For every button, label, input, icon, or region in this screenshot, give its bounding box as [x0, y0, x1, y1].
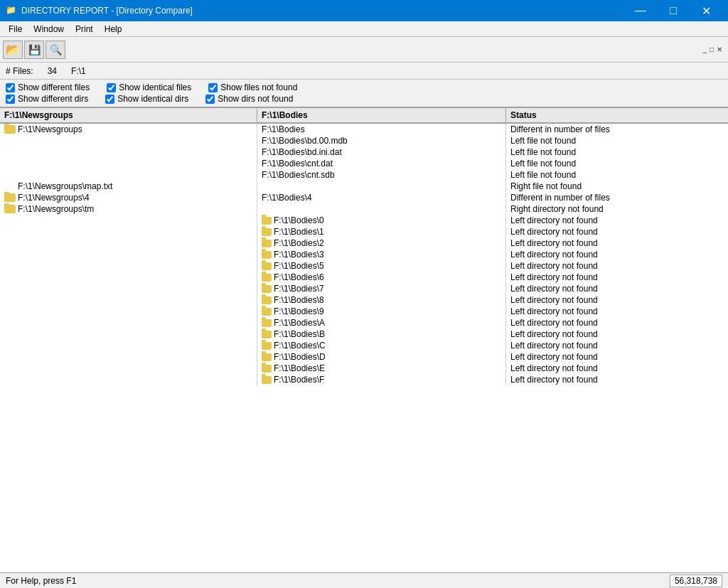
col-header-left: F:\1\Newsgroups: [0, 108, 257, 122]
cell-status: Left directory not found: [506, 306, 728, 317]
cell-mid: F:\1\Bodies\cnt.dat: [257, 158, 506, 169]
help-text: For Help, press F1: [6, 576, 76, 586]
coords-display: 56,318,738: [670, 574, 722, 587]
menu-help[interactable]: Help: [99, 23, 128, 36]
table-row[interactable]: F:\1\Newsgroups\4F:\1\Bodies\4Different …: [0, 192, 728, 203]
cell-left: [0, 249, 257, 260]
show-different-dirs-checkbox[interactable]: [6, 95, 15, 104]
table-row[interactable]: F:\1\Newsgroups\map.txtRight file not fo…: [0, 181, 728, 192]
cell-left: [0, 260, 257, 272]
cell-left: [0, 306, 257, 317]
cell-mid: F:\1\Bodies\9: [257, 306, 506, 317]
cell-left: [0, 283, 257, 294]
cell-mid: F:\1\Bodies\F: [257, 374, 506, 385]
toolbar-search-button[interactable]: 🔍: [46, 41, 65, 59]
cell-mid: F:\1\Bodies\E: [257, 363, 506, 374]
menu-print[interactable]: Print: [70, 23, 99, 36]
show-different-files-label[interactable]: Show different files: [6, 82, 90, 92]
show-different-dirs-label[interactable]: Show different dirs: [6, 94, 88, 104]
col-header-status: Status: [506, 108, 728, 122]
table-row[interactable]: F:\1\Bodies\3Left directory not found: [0, 249, 728, 260]
close-button[interactable]: ✕: [690, 0, 722, 21]
cell-status: Left directory not found: [506, 249, 728, 260]
folder-icon: [4, 205, 16, 213]
status-bar: For Help, press F1 56,318,738: [0, 572, 728, 588]
cell-status: Left directory not found: [506, 351, 728, 363]
menu-window[interactable]: Window: [28, 23, 70, 36]
table-body[interactable]: F:\1\NewsgroupsF:\1\BodiesDifferent in n…: [0, 124, 728, 572]
cell-left: [0, 317, 257, 328]
folder-icon: [262, 296, 272, 304]
table-row[interactable]: F:\1\Bodies\cnt.sdbLeft file not found: [0, 169, 728, 181]
folder-icon: [4, 193, 16, 202]
maximize-button[interactable]: □: [657, 0, 690, 21]
show-identical-files-checkbox[interactable]: [107, 83, 116, 92]
cell-status: Left directory not found: [506, 215, 728, 226]
folder-icon: [262, 308, 272, 316]
show-files-not-found-checkbox[interactable]: [208, 83, 218, 92]
inner-restore-icon[interactable]: □: [710, 46, 714, 53]
table-row[interactable]: F:\1\Bodies\BLeft directory not found: [0, 328, 728, 340]
table-row[interactable]: F:\1\Bodies\0Left directory not found: [0, 215, 728, 226]
folder-icon: [262, 342, 272, 350]
table-row[interactable]: F:\1\Bodies\cnt.datLeft file not found: [0, 158, 728, 169]
table-row[interactable]: F:\1\Bodies\2Left directory not found: [0, 237, 728, 249]
show-files-not-found-label[interactable]: Show files not found: [208, 82, 297, 92]
table-row[interactable]: F:\1\Bodies\ELeft directory not found: [0, 363, 728, 374]
inner-window-controls: _ □ ✕: [701, 46, 725, 53]
checkboxes-area: Show different files Show identical file…: [0, 80, 728, 108]
cell-mid: F:\1\Bodies: [257, 124, 506, 135]
table-row[interactable]: F:\1\Bodies\FLeft directory not found: [0, 374, 728, 385]
cell-mid: F:\1\Bodies\0: [257, 215, 506, 226]
cell-mid: F:\1\Bodies\A: [257, 317, 506, 328]
inner-minimize-icon[interactable]: _: [702, 46, 707, 53]
cell-left: [0, 272, 257, 283]
minimize-button[interactable]: —: [624, 0, 657, 21]
table-row[interactable]: F:\1\Bodies\5Left directory not found: [0, 260, 728, 272]
main-content: F:\1\Newsgroups F:\1\Bodies Status F:\1\…: [0, 108, 728, 572]
show-identical-files-label[interactable]: Show identical files: [107, 82, 191, 92]
table-row[interactable]: F:\1\Bodies\DLeft directory not found: [0, 351, 728, 363]
cell-status: Different in number of files: [506, 124, 728, 135]
show-dirs-not-found-checkbox[interactable]: [205, 95, 215, 104]
cell-status: Different in number of files: [506, 192, 728, 203]
table-row[interactable]: F:\1\Bodies\6Left directory not found: [0, 272, 728, 283]
show-different-files-checkbox[interactable]: [6, 83, 15, 92]
title-bar-text: DIRECTORY REPORT - [Directory Compare]: [21, 6, 624, 16]
folder-icon: [262, 376, 272, 384]
show-identical-dirs-label[interactable]: Show identical dirs: [105, 94, 188, 104]
menu-bar: File Window Print Help: [0, 21, 728, 37]
table-row[interactable]: F:\1\Bodies\8Left directory not found: [0, 294, 728, 306]
folder-icon: [262, 274, 272, 282]
cell-mid: F:\1\Bodies\8: [257, 294, 506, 306]
table-row[interactable]: F:\1\Newsgroups\tmRight directory not fo…: [0, 203, 728, 215]
title-bar-controls: — □ ✕: [624, 0, 722, 21]
table-row[interactable]: F:\1\Bodies\bd.00.mdbLeft file not found: [0, 135, 728, 146]
menu-file[interactable]: File: [3, 23, 28, 36]
toolbar-open-button[interactable]: 📂: [3, 41, 23, 59]
cell-status: Left directory not found: [506, 374, 728, 385]
toolbar-save-button[interactable]: 💾: [24, 41, 44, 59]
folder-icon: [4, 125, 16, 134]
toolbar: 📂 💾 🔍 _ □ ✕: [0, 37, 728, 63]
inner-close-icon[interactable]: ✕: [717, 46, 722, 53]
table-row[interactable]: F:\1\Bodies\7Left directory not found: [0, 283, 728, 294]
files-count: 34: [48, 66, 57, 76]
table-row[interactable]: F:\1\Bodies\ALeft directory not found: [0, 317, 728, 328]
show-identical-dirs-checkbox[interactable]: [105, 95, 114, 104]
table-row[interactable]: F:\1\NewsgroupsF:\1\BodiesDifferent in n…: [0, 124, 728, 135]
cell-status: Left directory not found: [506, 272, 728, 283]
cell-mid: F:\1\Bodies\4: [257, 192, 506, 203]
app-icon: 📁: [6, 5, 17, 16]
table-row[interactable]: F:\1\Bodies\1Left directory not found: [0, 226, 728, 237]
table-row[interactable]: F:\1\Bodies\9Left directory not found: [0, 306, 728, 317]
cell-status: Left file not found: [506, 169, 728, 181]
table-row[interactable]: F:\1\Bodies\bd.ini.datLeft file not foun…: [0, 146, 728, 158]
show-dirs-not-found-label[interactable]: Show dirs not found: [205, 94, 293, 104]
table-header: F:\1\Newsgroups F:\1\Bodies Status: [0, 108, 728, 124]
folder-icon: [262, 365, 272, 373]
table-row[interactable]: F:\1\Bodies\CLeft directory not found: [0, 340, 728, 351]
stats-bar: # Files: 34 F:\1: [0, 63, 728, 80]
cell-mid: F:\1\Bodies\2: [257, 237, 506, 249]
cell-mid: F:\1\Bodies\B: [257, 328, 506, 340]
